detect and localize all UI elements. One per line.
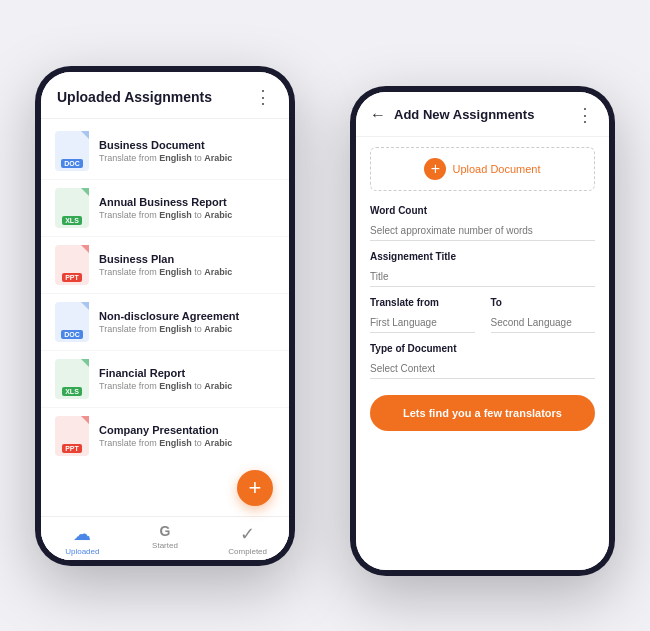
assignment-title-input[interactable] [370,267,595,287]
file-icon-xls: XLS [55,359,89,399]
left-screen: Uploaded Assignments ⋮ DOC Business Docu… [41,72,289,560]
upload-document-button[interactable]: + Upload Document [370,147,595,191]
fab-icon: + [249,475,262,501]
left-menu-icon[interactable]: ⋮ [254,86,273,108]
assignment-name: Company Presentation [99,424,275,436]
right-screen: ← Add New Assignments ⋮ + Upload Documen… [356,92,609,570]
assignment-name: Business Plan [99,253,275,265]
nav-item-started[interactable]: G Started [124,523,207,556]
translate-from-label: Translate from [370,297,475,308]
assignments-list: DOC Business Document Translate from Eng… [41,119,289,516]
assignment-sub: Translate from English to Arabic [99,438,275,448]
assignment-name: Annual Business Report [99,196,275,208]
bottom-nav: ☁ Uploaded G Started ✓ Completed [41,516,289,560]
left-phone: Uploaded Assignments ⋮ DOC Business Docu… [35,66,295,566]
file-icon-ppt: PPT [55,416,89,456]
file-badge: PPT [62,444,82,453]
translate-from-col: Translate from [370,297,475,333]
word-count-section: Word Count [356,201,609,245]
word-count-label: Word Count [370,205,595,216]
assignment-info: Annual Business Report Translate from En… [99,196,275,220]
translate-to-col: To [491,297,596,333]
translate-to-label: To [491,297,596,308]
assignment-info: Financial Report Translate from English … [99,367,275,391]
assignment-sub: Translate from English to Arabic [99,267,275,277]
right-header: ← Add New Assignments ⋮ [356,92,609,137]
right-screen-title: Add New Assignments [394,107,568,122]
nav-item-completed[interactable]: ✓ Completed [206,523,289,556]
list-item[interactable]: PPT Company Presentation Translate from … [41,408,289,464]
nav-label-started: Started [152,541,178,550]
assignment-info: Non-disclosure Agreement Translate from … [99,310,275,334]
nav-item-uploaded[interactable]: ☁ Uploaded [41,523,124,556]
file-badge: XLS [62,387,82,396]
assignment-info: Company Presentation Translate from Engl… [99,424,275,448]
doc-type-input[interactable] [370,359,595,379]
file-badge: DOC [61,159,83,168]
assignment-name: Non-disclosure Agreement [99,310,275,322]
file-badge: DOC [61,330,83,339]
assignment-info: Business Plan Translate from English to … [99,253,275,277]
assignment-name: Financial Report [99,367,275,379]
list-item[interactable]: DOC Business Document Translate from Eng… [41,123,289,180]
started-icon: G [160,523,171,539]
doc-type-label: Type of Document [370,343,595,354]
assignment-title-label: Assignement Title [370,251,595,262]
list-item[interactable]: XLS Financial Report Translate from Engl… [41,351,289,408]
assignment-name: Business Document [99,139,275,151]
uploaded-icon: ☁ [73,523,91,545]
right-menu-icon[interactable]: ⋮ [576,104,595,126]
find-translators-button[interactable]: Lets find you a few translators [370,395,595,431]
translate-row: Translate from To [356,293,609,337]
assignment-sub: Translate from English to Arabic [99,210,275,220]
assignment-sub: Translate from English to Arabic [99,324,275,334]
completed-icon: ✓ [240,523,255,545]
assignment-sub: Translate from English to Arabic [99,153,275,163]
file-badge: PPT [62,273,82,282]
file-icon-doc: DOC [55,131,89,171]
fab-button[interactable]: + [237,470,273,506]
word-count-input[interactable] [370,221,595,241]
nav-label-completed: Completed [228,547,267,556]
assignment-sub: Translate from English to Arabic [99,381,275,391]
file-icon-xls: XLS [55,188,89,228]
back-button[interactable]: ← [370,106,386,124]
assignment-info: Business Document Translate from English… [99,139,275,163]
nav-label-uploaded: Uploaded [65,547,99,556]
left-header: Uploaded Assignments ⋮ [41,72,289,119]
doc-type-section: Type of Document [356,339,609,383]
list-item[interactable]: XLS Annual Business Report Translate fro… [41,180,289,237]
file-badge: XLS [62,216,82,225]
left-screen-title: Uploaded Assignments [57,89,212,105]
translate-to-input[interactable] [491,313,596,333]
file-icon-ppt: PPT [55,245,89,285]
scene: Uploaded Assignments ⋮ DOC Business Docu… [15,26,635,606]
list-item[interactable]: DOC Non-disclosure Agreement Translate f… [41,294,289,351]
file-icon-doc: DOC [55,302,89,342]
upload-label: Upload Document [452,163,540,175]
translate-from-input[interactable] [370,313,475,333]
assignment-title-section: Assignement Title [356,247,609,291]
right-phone: ← Add New Assignments ⋮ + Upload Documen… [350,86,615,576]
upload-plus-icon: + [424,158,446,180]
list-item[interactable]: PPT Business Plan Translate from English… [41,237,289,294]
